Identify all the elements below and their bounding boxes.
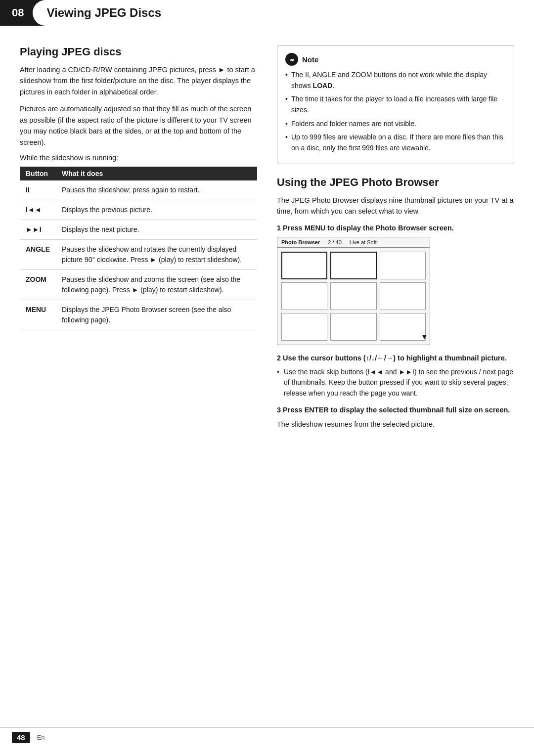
table-row: MENUDisplays the JPEG Photo Browser scre… bbox=[20, 300, 257, 330]
pb-cell-8 bbox=[330, 313, 376, 341]
table-col-desc: What it does bbox=[56, 167, 257, 180]
table-button-2: ►►I bbox=[20, 220, 56, 240]
table-row: ►►IDisplays the next picture. bbox=[20, 220, 257, 240]
step3-heading: 3 Press ENTER to display the selected th… bbox=[277, 406, 514, 414]
table-button-5: MENU bbox=[20, 300, 56, 330]
step1-heading: 1 Press MENU to display the Photo Browse… bbox=[277, 224, 514, 232]
table-row: ANGLEPauses the slideshow and rotates th… bbox=[20, 240, 257, 270]
table-desc-2: Displays the next picture. bbox=[56, 220, 257, 240]
table-button-3: ANGLE bbox=[20, 240, 56, 270]
button-table: Button What it does IIPauses the slidesh… bbox=[20, 167, 257, 330]
note-label: Note bbox=[302, 55, 318, 64]
section2-intro: The JPEG Photo Browser displays nine thu… bbox=[277, 195, 514, 217]
playing-para2: Pictures are automatically adjusted so t… bbox=[20, 103, 257, 148]
pb-header: Photo Browser 2 / 40 Live at Soft bbox=[277, 237, 430, 248]
chapter-title-wrap: Viewing JPEG Discs bbox=[33, 0, 534, 26]
table-button-1: I◄◄ bbox=[20, 200, 56, 220]
note-item-3: Up to 999 files are viewable on a disc. … bbox=[285, 132, 506, 153]
note-item-0: The II, ANGLE and ZOOM buttons do not wo… bbox=[285, 70, 506, 91]
step2-bullet-1: Use the track skip buttons (I◄◄ and ►►I)… bbox=[277, 367, 514, 399]
note-item-1: The time it takes for the player to load… bbox=[285, 94, 506, 115]
pb-down-arrow: ▼ bbox=[421, 333, 428, 341]
pb-cell-2 bbox=[330, 252, 376, 279]
table-row: ZOOMPauses the slideshow and zooms the s… bbox=[20, 270, 257, 300]
pb-grid: ▼ bbox=[277, 248, 430, 345]
pb-cell-9 bbox=[380, 313, 426, 341]
step2-heading: 2 Use the cursor buttons (↑/↓/←/→) to hi… bbox=[277, 354, 514, 362]
page-number: 48 bbox=[12, 732, 30, 743]
left-column: Playing JPEG discs After loading a CD/CD… bbox=[20, 45, 257, 436]
table-row: I◄◄Displays the previous picture. bbox=[20, 200, 257, 220]
note-box: 𝓃 Note The II, ANGLE and ZOOM buttons do… bbox=[277, 45, 514, 164]
note-item-2: Folders and folder names are not visible… bbox=[285, 119, 506, 130]
pb-label: Photo Browser bbox=[281, 239, 320, 245]
note-header: 𝓃 Note bbox=[285, 53, 506, 66]
pb-cell-3 bbox=[380, 252, 426, 279]
pb-info2: Live at Soft bbox=[350, 239, 377, 245]
main-content: Playing JPEG discs After loading a CD/CD… bbox=[0, 26, 534, 455]
page-footer: 48 En bbox=[0, 727, 534, 747]
pb-info: 2 / 40 bbox=[328, 239, 342, 245]
step2-bullets: Use the track skip buttons (I◄◄ and ►►I)… bbox=[277, 367, 514, 399]
table-row: IIPauses the slideshow; press again to r… bbox=[20, 180, 257, 200]
section2-title: Using the JPEG Photo Browser bbox=[277, 176, 514, 189]
step3-text: The slideshow resumes from the selected … bbox=[277, 419, 514, 430]
pb-cell-6 bbox=[380, 282, 426, 310]
chapter-number: 08 bbox=[0, 0, 33, 26]
note-icon: 𝓃 bbox=[285, 53, 298, 66]
pb-cell-7 bbox=[281, 313, 327, 341]
table-button-4: ZOOM bbox=[20, 270, 56, 300]
table-desc-5: Displays the JPEG Photo Browser screen (… bbox=[56, 300, 257, 330]
playing-jpeg-title: Playing JPEG discs bbox=[20, 45, 257, 58]
pb-cell-4 bbox=[281, 282, 327, 310]
pb-cell-5 bbox=[330, 282, 376, 310]
playing-para1: After loading a CD/CD-R/RW containing JP… bbox=[20, 64, 257, 97]
table-desc-4: Pauses the slideshow and zooms the scree… bbox=[56, 270, 257, 300]
table-button-0: II bbox=[20, 180, 56, 200]
language-label: En bbox=[37, 734, 45, 741]
pb-cell-1 bbox=[281, 252, 327, 279]
table-desc-3: Pauses the slideshow and rotates the cur… bbox=[56, 240, 257, 270]
chapter-title: Viewing JPEG Discs bbox=[46, 6, 161, 20]
while-text: While the slideshow is running: bbox=[20, 154, 257, 162]
right-column: 𝓃 Note The II, ANGLE and ZOOM buttons do… bbox=[277, 45, 514, 436]
page-header: 08 Viewing JPEG Discs bbox=[0, 0, 534, 26]
note-list: The II, ANGLE and ZOOM buttons do not wo… bbox=[285, 70, 506, 154]
table-desc-0: Pauses the slideshow; press again to res… bbox=[56, 180, 257, 200]
photo-browser-mockup: Photo Browser 2 / 40 Live at Soft ▼ bbox=[277, 237, 430, 345]
table-desc-1: Displays the previous picture. bbox=[56, 200, 257, 220]
table-col-button: Button bbox=[20, 167, 56, 180]
